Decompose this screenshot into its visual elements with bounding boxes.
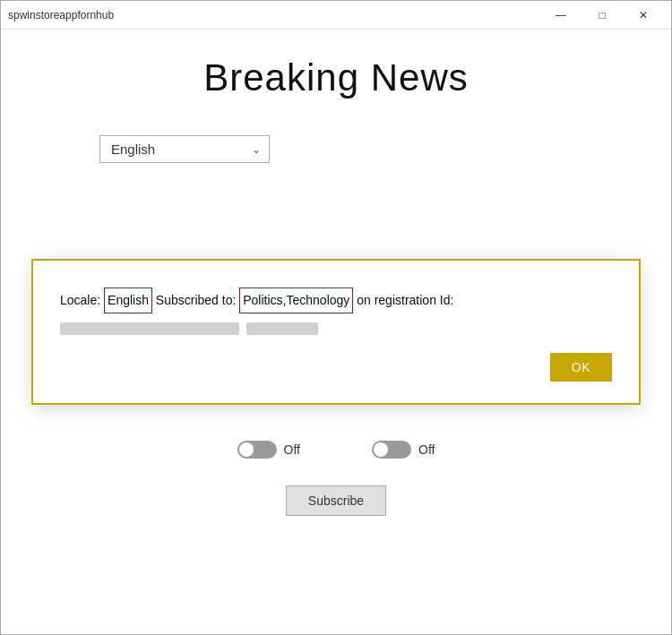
ok-button[interactable]: OK [550,353,612,382]
dialog-placeholder-row [60,322,612,335]
close-button[interactable]: ✕ [623,3,664,28]
subscribed-value: Politics,Technology [239,287,353,313]
placeholder-bar-2 [246,322,318,335]
dialog-ok-row: OK [60,353,612,382]
maximize-button[interactable]: □ [582,3,623,28]
placeholder-bar-1 [60,322,239,335]
registration-label: on registration Id: [357,293,453,307]
dialog-overlay: Locale: English Subscribed to: Politics,… [1,30,671,634]
title-bar: spwinstoreappfornhub — □ ✕ [1,1,671,30]
main-content: Breaking News English Spanish French Ger… [1,30,671,634]
dialog-box: Locale: English Subscribed to: Politics,… [31,259,641,405]
window-controls: — □ ✕ [540,3,664,28]
window-title: spwinstoreappfornhub [8,9,114,21]
locale-value: English [104,287,152,313]
app-window: spwinstoreappfornhub — □ ✕ Breaking News… [0,0,672,635]
dialog-content: Locale: English Subscribed to: Politics,… [60,287,612,313]
locale-label: Locale: [60,293,104,307]
minimize-button[interactable]: — [540,3,582,28]
subscribed-intro: Subscribed to: [156,293,239,307]
